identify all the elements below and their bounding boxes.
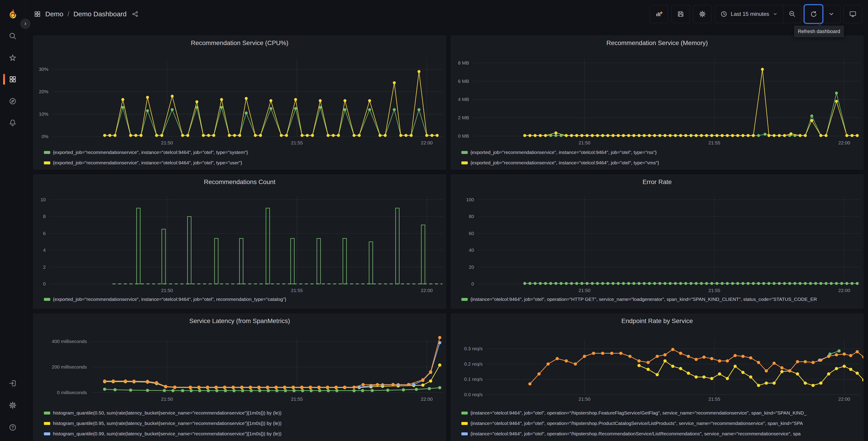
chart-canvas[interactable]: 108642021:5021:5522:00{exported_job="rec… — [33, 175, 446, 308]
sign-in-icon — [8, 379, 17, 388]
legend-swatch — [44, 412, 50, 414]
legend-item[interactable]: {exported_job="recommendationservice", i… — [44, 157, 443, 168]
top-bar: Demo / Demo Dashboard Last 15 minutes — [25, 0, 868, 28]
panel-recommendation-memory: Recommendation Service (Memory) 8 MB6 MB… — [451, 35, 864, 170]
x-tick: 21:55 — [281, 140, 313, 146]
legend-swatch — [44, 422, 50, 425]
x-tick: 22:00 — [411, 288, 443, 293]
toolbar: Last 15 minutes — [650, 5, 862, 23]
sidebar-item-favorites[interactable] — [0, 48, 25, 67]
zoom-out-time-button[interactable] — [783, 5, 801, 23]
sidebar-item-help[interactable] — [0, 418, 25, 437]
legend-item[interactable]: {exported_job="recommendationservice", i… — [44, 294, 443, 304]
chart-canvas[interactable]: 10080604020021:5021:5522:00{instance="ot… — [451, 175, 863, 308]
legend-item[interactable]: {exported_job="recommendationservice", i… — [461, 147, 861, 157]
time-controls: Last 15 minutes — [715, 5, 801, 23]
legend-label: {instance="otelcol:9464", job="otel", op… — [470, 431, 801, 437]
legend-label: {instance="otelcol:9464", job="otel", op… — [470, 297, 817, 302]
sidebar-item-alerting[interactable] — [0, 113, 25, 132]
refresh-interval-dropdown[interactable] — [822, 5, 840, 23]
legend-item[interactable]: {instance="otelcol:9464", job="otel", op… — [461, 429, 861, 439]
share-icon[interactable] — [132, 11, 138, 18]
chart-canvas[interactable]: 30%20%10%0%21:5021:5522:00{exported_job=… — [33, 36, 446, 169]
y-tick: 8 MB — [451, 60, 469, 66]
y-tick: 80 — [451, 213, 474, 219]
y-tick: 8 — [33, 213, 46, 219]
time-range-label: Last 15 minutes — [731, 11, 769, 17]
y-tick: 30% — [33, 66, 49, 72]
panel-recommendations-count: Recommendations Count 108642021:5021:552… — [33, 175, 446, 308]
y-tick: 0.0 req/s — [451, 392, 483, 398]
dashboards-grid-icon — [33, 10, 41, 18]
chart-canvas[interactable]: 8 MB6 MB4 MB2 MB0 MB21:5021:5522:00{expo… — [451, 36, 863, 169]
x-tick: 21:50 — [151, 396, 183, 402]
y-tick: 2 MB — [451, 115, 469, 121]
save-dashboard-button[interactable] — [671, 5, 690, 23]
legend-item[interactable]: histogram_quantile(0.99, sum(rate(latenc… — [44, 429, 443, 439]
grafana-logo[interactable] — [7, 9, 18, 20]
panel-recommendation-cpu: Recommendation Service (CPU%) 30%20%10%0… — [33, 35, 446, 170]
breadcrumb-page[interactable]: Demo Dashboard — [73, 10, 126, 18]
legend-item[interactable]: {instance="otelcol:9464", job="otel", op… — [461, 408, 861, 418]
sidebar-item-sign-in[interactable] — [0, 374, 25, 393]
legend-label: {exported_job="recommendationservice", i… — [470, 150, 657, 155]
time-range-picker[interactable]: Last 15 minutes — [715, 5, 783, 23]
chart-canvas[interactable]: 0.3 req/s0.2 req/s0.1 req/s0.0 req/s21:5… — [451, 314, 863, 441]
legend: {exported_job="recommendationservice", i… — [44, 294, 443, 304]
sidebar-item-settings[interactable] — [0, 396, 25, 415]
chart-canvas[interactable]: 400 milliseconds200 milliseconds0 millis… — [33, 314, 446, 441]
legend: {exported_job="recommendationservice", i… — [461, 147, 861, 168]
y-tick: 200 milliseconds — [33, 364, 87, 370]
refresh-dashboard-button[interactable] — [805, 5, 822, 23]
legend-item[interactable]: {exported_job="recommendationservice", i… — [44, 147, 443, 157]
legend-item[interactable]: {exported_job="recommendationservice", i… — [461, 157, 861, 168]
legend-item[interactable]: {instance="otelcol:9464", job="otel", op… — [461, 294, 861, 304]
legend-label: {instance="otelcol:9464", job="otel", op… — [470, 410, 807, 416]
legend-swatch — [461, 412, 468, 414]
y-tick: 0.2 req/s — [451, 361, 483, 367]
y-tick: 0.3 req/s — [451, 346, 483, 352]
legend-item[interactable]: histogram_quantile(0.999, sum(rate(laten… — [44, 439, 443, 441]
help-icon — [8, 423, 17, 432]
active-indicator — [3, 74, 5, 85]
legend-swatch — [44, 298, 50, 301]
x-tick: 21:55 — [699, 396, 730, 402]
panel-error-rate: Error Rate 10080604020021:5021:5522:00{i… — [451, 175, 864, 308]
y-tick: 400 milliseconds — [33, 339, 87, 344]
legend: {instance="otelcol:9464", job="otel", op… — [461, 294, 861, 304]
sidebar-item-search[interactable] — [0, 27, 25, 46]
x-tick: 22:00 — [411, 140, 443, 146]
legend: histogram_quantile(0.50, sum(rate(latenc… — [44, 408, 443, 441]
y-tick: 100 — [451, 197, 474, 203]
y-tick: 4 MB — [451, 96, 469, 102]
y-tick: 0 milliseconds — [33, 390, 87, 395]
legend-label: histogram_quantile(0.95, sum(rate(latenc… — [53, 421, 281, 426]
x-tick: 21:55 — [699, 288, 730, 293]
sidebar-expand-button[interactable] — [20, 19, 30, 29]
breadcrumb-separator: / — [67, 10, 69, 18]
x-tick: 21:55 — [281, 288, 313, 293]
kiosk-mode-button[interactable] — [843, 5, 862, 23]
panel-service-latency: Service Latency (from SpanMetrics) 400 m… — [33, 314, 446, 441]
bell-icon — [8, 118, 17, 127]
legend-label: {exported_job="recommendationservice", i… — [53, 297, 286, 302]
legend-item[interactable]: {instance="otelcol:9464", job="otel", op… — [461, 439, 861, 441]
sidebar-item-dashboards[interactable] — [0, 70, 25, 89]
legend-swatch — [461, 298, 468, 301]
y-tick: 20 — [451, 264, 474, 270]
dashboards-grid-icon — [8, 75, 17, 84]
chevron-down-icon — [828, 10, 835, 18]
breadcrumb-folder[interactable]: Demo — [45, 10, 63, 18]
chevron-right-icon — [23, 21, 28, 26]
dashboard-settings-button[interactable] — [693, 5, 712, 23]
legend-item[interactable]: {instance="otelcol:9464", job="otel", op… — [461, 418, 861, 429]
legend-label: histogram_quantile(0.99, sum(rate(latenc… — [53, 431, 281, 437]
sidebar — [0, 0, 25, 441]
add-panel-button[interactable] — [650, 5, 668, 23]
sidebar-item-explore[interactable] — [0, 92, 25, 111]
legend-item[interactable]: histogram_quantile(0.50, sum(rate(latenc… — [44, 408, 443, 418]
compass-icon — [8, 97, 17, 106]
y-tick: 6 — [33, 231, 46, 236]
zoom-out-icon — [788, 10, 796, 18]
legend-item[interactable]: histogram_quantile(0.95, sum(rate(latenc… — [44, 418, 443, 429]
